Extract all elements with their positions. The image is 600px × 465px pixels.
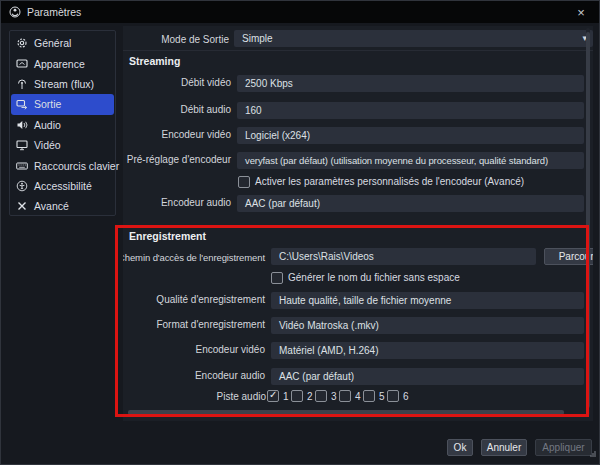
audio-track-1-label: 1 — [283, 391, 289, 402]
audio-bitrate-label: Débit audio — [180, 104, 231, 115]
horizontal-scrollbar-thumb[interactable] — [128, 410, 564, 415]
recording-audio-encoder-field[interactable]: AAC (par défaut) — [271, 368, 584, 385]
accessibility-icon — [16, 180, 28, 192]
filename-no-space-checkbox[interactable] — [271, 272, 283, 284]
sidebar-item-label: Apparence — [34, 58, 85, 70]
audio-track-5: 5 — [363, 390, 387, 402]
audio-track-2-checkbox[interactable] — [291, 390, 303, 402]
settings-window: Paramètres × Général Apparence Stre — [0, 0, 600, 465]
recording-format-field[interactable]: Vidéo Matroska (.mkv) — [271, 317, 584, 334]
cancel-button[interactable]: Annuler — [481, 439, 527, 456]
audio-track-2-label: 2 — [307, 391, 313, 402]
sidebar-item-label: Avancé — [34, 200, 69, 212]
ok-button[interactable]: Ok — [447, 439, 473, 456]
output-mode-value: Simple — [242, 33, 273, 44]
output-mode-label: Mode de Sortie — [161, 34, 229, 45]
sidebar-item-sortie[interactable]: Sortie — [11, 94, 114, 114]
sidebar-item-audio[interactable]: Audio — [11, 115, 114, 135]
sidebar-item-label: Audio — [34, 119, 61, 131]
streaming-section-title: Streaming — [129, 55, 180, 67]
speaker-icon — [16, 119, 28, 131]
output-mode-select[interactable]: Simple ▾ — [234, 30, 593, 47]
audio-track-4-label: 4 — [355, 391, 361, 402]
section-divider — [123, 50, 593, 51]
sidebar-item-label: Sortie — [34, 98, 61, 110]
gear-icon — [16, 37, 28, 49]
recording-path-input[interactable]: C:\Users\Rais\Videos — [271, 248, 536, 265]
audio-track-6-checkbox[interactable] — [387, 390, 399, 402]
sidebar-item-label: Général — [34, 37, 71, 49]
video-bitrate-label: Débit vidéo — [181, 77, 231, 88]
filename-no-space-checkbox-label: Générer le nom du fichier sans espace — [288, 272, 460, 283]
custom-encoder-checkbox-label: Activer les paramètres personnalisés de … — [255, 176, 524, 187]
recording-video-encoder-label: Encodeur vidéo — [196, 344, 266, 355]
custom-encoder-checkbox[interactable] — [238, 176, 250, 188]
recording-quality-field[interactable]: Haute qualité, taille de fichier moyenne — [271, 292, 584, 309]
audio-bitrate-field[interactable]: 160 — [237, 102, 584, 119]
recording-path-label: Chemin d'accès de l'enregistrement — [123, 252, 265, 263]
recording-video-encoder-field[interactable]: Matériel (AMD, H.264) — [271, 342, 584, 359]
titlebar: Paramètres × — [1, 1, 599, 23]
audio-track-6-label: 6 — [403, 391, 409, 402]
apply-button[interactable]: Appliquer — [535, 439, 592, 456]
audio-track-2: 2 — [291, 390, 315, 402]
sidebar-item-general[interactable]: Général — [11, 33, 114, 53]
sidebar-item-accessibilite[interactable]: Accessibilité — [11, 176, 114, 196]
sidebar-item-raccourcis[interactable]: Raccourcis clavier — [11, 155, 114, 175]
sidebar-item-label: Stream (flux) — [34, 78, 94, 90]
settings-scroll-area: Mode de Sortie Simple ▾ Streaming Débit … — [123, 26, 593, 421]
stream-video-encoder-field[interactable]: Logiciel (x264) — [237, 127, 584, 144]
encoder-preset-field[interactable]: veryfast (par défaut) (utilisation moyen… — [237, 152, 584, 169]
audio-track-5-checkbox[interactable] — [363, 390, 375, 402]
sidebar-item-video[interactable]: Vidéo — [11, 135, 114, 155]
audio-track-label: Piste audio — [217, 391, 266, 402]
window-title: Paramètres — [27, 6, 81, 18]
audio-track-3-label: 3 — [331, 391, 337, 402]
keyboard-icon — [16, 160, 28, 172]
tools-icon — [16, 200, 28, 212]
sidebar-item-label: Vidéo — [34, 139, 61, 151]
sidebar-item-label: Accessibilité — [34, 180, 92, 192]
audio-track-1-checkbox[interactable] — [267, 390, 279, 402]
resize-grip[interactable] — [587, 444, 596, 462]
output-icon — [16, 98, 28, 110]
audio-track-5-label: 5 — [379, 391, 385, 402]
sidebar-item-avance[interactable]: Avancé — [11, 196, 114, 216]
close-button[interactable]: × — [569, 1, 593, 23]
obs-logo-icon — [9, 6, 21, 18]
vertical-scrollbar-thumb[interactable] — [586, 32, 590, 408]
audio-track-4-checkbox[interactable] — [339, 390, 351, 402]
recording-audio-encoder-label: Encodeur audio — [195, 370, 265, 381]
sidebar-item-apparence[interactable]: Apparence — [11, 53, 114, 73]
stream-audio-encoder-label: Encodeur audio — [161, 197, 231, 208]
audio-track-3: 3 — [315, 390, 339, 402]
audio-track-1: 1 — [267, 390, 291, 402]
audio-track-3-checkbox[interactable] — [315, 390, 327, 402]
audio-track-6: 6 — [387, 390, 411, 402]
recording-section-title: Enregistrement — [129, 230, 206, 242]
broadcast-icon — [16, 78, 28, 90]
settings-nav: Général Apparence Stream (flux) Sortie — [9, 30, 116, 216]
audio-track-group: 1 2 3 4 5 6 — [267, 390, 411, 402]
audio-track-4: 4 — [339, 390, 363, 402]
appearance-icon — [16, 58, 28, 70]
video-bitrate-field[interactable]: 2500 Kbps — [237, 75, 584, 92]
sidebar-item-label: Raccourcis clavier — [34, 160, 119, 172]
display-icon — [16, 139, 28, 151]
sidebar-item-stream[interactable]: Stream (flux) — [11, 74, 114, 94]
stream-audio-encoder-field[interactable]: AAC (par défaut) — [237, 195, 584, 212]
recording-format-label: Format d'enregistrement — [156, 319, 265, 330]
stream-video-encoder-label: Encodeur vidéo — [162, 129, 232, 140]
recording-quality-label: Qualité d'enregistrement — [156, 294, 265, 305]
encoder-preset-label: Pré-réglage d'encodeur — [127, 154, 231, 165]
